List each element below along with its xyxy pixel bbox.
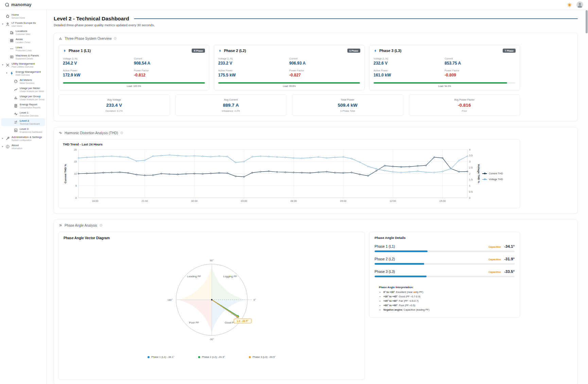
summary-value: 233.4 V xyxy=(62,103,167,108)
capacitive-tag: Capacitive xyxy=(488,258,501,261)
svg-text:0: 0 xyxy=(75,196,77,199)
pf-value: -0.812 xyxy=(134,73,205,77)
dots-icon xyxy=(10,47,14,51)
angle-value: -33.5° xyxy=(504,269,515,274)
sidebar-item-areas[interactable]: AreasLocation Zones xyxy=(1,37,45,45)
phase-title: Phase 2 (L2) xyxy=(224,49,246,53)
sidebar-item-usage-per-group[interactable]: Usage per GroupUsage Analysis per Group xyxy=(1,94,45,102)
angle-progress-fill xyxy=(375,263,424,265)
legend-item-l3[interactable]: Phase 3 (L3): -33.5° xyxy=(249,355,276,359)
summary-card-avg-current: Avg Current 889.7 A Imbalance: 4.0% xyxy=(175,94,287,116)
avatar[interactable] xyxy=(576,1,583,8)
svg-text:3.5: 3.5 xyxy=(469,154,472,157)
bolt-icon xyxy=(63,49,67,53)
sidebar-item-about[interactable]: ▸ AboutInformation xyxy=(1,143,45,151)
svg-text:Voltage THD %: Voltage THD % xyxy=(477,164,480,183)
pf-label: Power Factor xyxy=(289,69,360,72)
vertical-scrollbar xyxy=(586,10,588,383)
svg-text:Logging PF: Logging PF xyxy=(223,275,237,278)
legend-item-voltage-thd[interactable]: Voltage THD xyxy=(482,178,503,181)
sidebar-item-lines[interactable]: LinesProduction Lines xyxy=(1,45,45,53)
load-progress-bar xyxy=(374,82,516,84)
sidebar-item-locations[interactable]: LocationsCustomer Sites xyxy=(1,29,45,36)
section-title: Harmonic Distortion Analysis (THD) xyxy=(65,131,118,135)
load-progress-fill xyxy=(218,82,360,84)
svg-text:-90°: -90° xyxy=(209,338,214,341)
wave-icon xyxy=(14,112,18,116)
thd-chart-card: THD Trend - Last 24 Hours 0510152000.511… xyxy=(58,139,520,208)
sidebar: HomeService Home ▾ LT Foods Europe bvUse… xyxy=(0,10,47,384)
svg-text:21:00: 21:00 xyxy=(141,199,148,203)
sidebar-item-admin-settings[interactable]: ▸ Administration & SettingsSystem config… xyxy=(1,135,45,142)
sidebar-item-level-3[interactable]: Level 3Engineering Dashboard xyxy=(1,126,45,134)
phase-angle-vector-diagram: 90°-90°0°180°Leading PFLogging PFPoor PF… xyxy=(137,241,287,353)
load-progress-fill xyxy=(63,82,205,84)
phase-angle-row-l1: Phase 1 (L1) Capacitive -34.1° xyxy=(375,244,515,252)
current-value: 853.75 A xyxy=(445,61,516,66)
voltage-value: 233.2 V xyxy=(218,61,289,66)
sidebar-item-level-2[interactable]: Level 2Technical Dashboard xyxy=(1,118,45,126)
svg-text:180°: 180° xyxy=(167,298,173,301)
svg-text:2: 2 xyxy=(469,172,470,175)
interpretation-item: 0° to +30°: Excellent (near unity PF) xyxy=(383,291,515,294)
phase-badge: T Phase xyxy=(503,49,516,53)
brand-logo[interactable]: manomay xyxy=(5,2,32,7)
voltage-label: Voltage (L-N) xyxy=(63,57,134,60)
three-phase-overview-section: Three-Phase System Overview Phase 1 (L1)… xyxy=(54,33,578,121)
sidebar-item-energy-management[interactable]: ▾ Energy ManagementEMS Overview xyxy=(1,69,45,77)
angle-progress-fill xyxy=(375,276,427,277)
page-title: Level 2 - Technical Dashboard xyxy=(54,16,129,22)
phase-badge: R Phase xyxy=(192,49,205,53)
svg-text:2.5: 2.5 xyxy=(469,166,472,169)
sidebar-item-energy-report[interactable]: Energy ReportConsumption Reports xyxy=(1,102,45,110)
report-chart-icon xyxy=(14,128,18,133)
pf-label: Power Factor xyxy=(445,69,516,72)
svg-text:06:00: 06:00 xyxy=(290,199,297,203)
sidebar-item-all-meters[interactable]: All MetersMeter Directory xyxy=(1,77,45,85)
power-value: 172.9 kW xyxy=(63,73,134,77)
sidebar-item-machines-panels[interactable]: Machines & PanelsEquipment Details xyxy=(1,53,45,61)
phase-badge: S Phase xyxy=(347,49,360,53)
svg-text:15:00: 15:00 xyxy=(439,199,446,203)
phase-angle-row-l3: Phase 3 (L3) Capacitive -33.5° xyxy=(375,269,515,277)
legend-item-l2[interactable]: Phase 2 (L2): -31.9° xyxy=(198,355,225,359)
user-icon xyxy=(5,22,10,27)
legend-item-l1[interactable]: Phase 1 (L1): -34.1° xyxy=(148,355,174,359)
phase-angle-vector-card: Phase Angle Vector Diagram 90°-90°0°180°… xyxy=(58,232,365,380)
interpretation-item: +60° to +90°: Poor (PF <0.5) xyxy=(383,304,515,307)
meter-icon xyxy=(14,79,18,84)
exchange-icon xyxy=(14,120,18,124)
sidebar-item-level-1[interactable]: Level 1Executive Overview xyxy=(1,110,45,118)
load-label: Load: 100.0% xyxy=(63,85,205,87)
sidebar-item-lt-foods-europe[interactable]: ▾ LT Foods Europe bvUser Home xyxy=(1,20,45,28)
svg-text:1: 1 xyxy=(469,184,470,187)
current-label: Current xyxy=(445,57,516,60)
info-icon[interactable] xyxy=(99,224,103,227)
scrollbar-thumb[interactable] xyxy=(586,10,588,33)
line-chart-icon xyxy=(14,87,18,92)
interpretation-item: +45° to +60°: Fair (PF ~0.5-0.7) xyxy=(383,299,515,302)
bolt-icon xyxy=(218,49,222,53)
chevron-down-icon: ▾ xyxy=(6,72,7,74)
summary-card-avg-voltage: Avg Voltage 233.4 V Deviation: 6.2% xyxy=(58,94,170,116)
legend-item-current-thd[interactable]: Current THD xyxy=(482,172,503,175)
info-icon[interactable] xyxy=(120,131,123,135)
sidebar-item-home[interactable]: HomeService Home xyxy=(1,12,45,20)
pf-value: -0.827 xyxy=(289,73,360,77)
svg-text:0: 0 xyxy=(469,196,470,199)
svg-text:10: 10 xyxy=(74,172,77,175)
sidebar-item-usage-per-meter[interactable]: Usage per MeterUsage Analysis per Meter xyxy=(1,86,45,93)
svg-text:18:00: 18:00 xyxy=(92,199,98,203)
avatar-icon xyxy=(576,1,583,8)
summary-value: -0.816 xyxy=(412,103,517,108)
sun-icon[interactable] xyxy=(567,2,572,7)
power-label: Active Power xyxy=(218,69,289,72)
logo-icon xyxy=(5,2,10,7)
voltage-label: Voltage (L-N) xyxy=(374,57,445,60)
capacitive-tag: Capacitive xyxy=(488,270,501,274)
phase-angle-details-card: Phase Angle Details Phase 1 (L1) Capacit… xyxy=(369,232,520,318)
info-icon[interactable] xyxy=(114,37,117,40)
sidebar-item-utility-management[interactable]: ▾ Utility ManagementPlant Utilities Over… xyxy=(1,61,45,69)
svg-text:03:00: 03:00 xyxy=(241,199,247,203)
angle-value: -34.1° xyxy=(504,244,515,248)
